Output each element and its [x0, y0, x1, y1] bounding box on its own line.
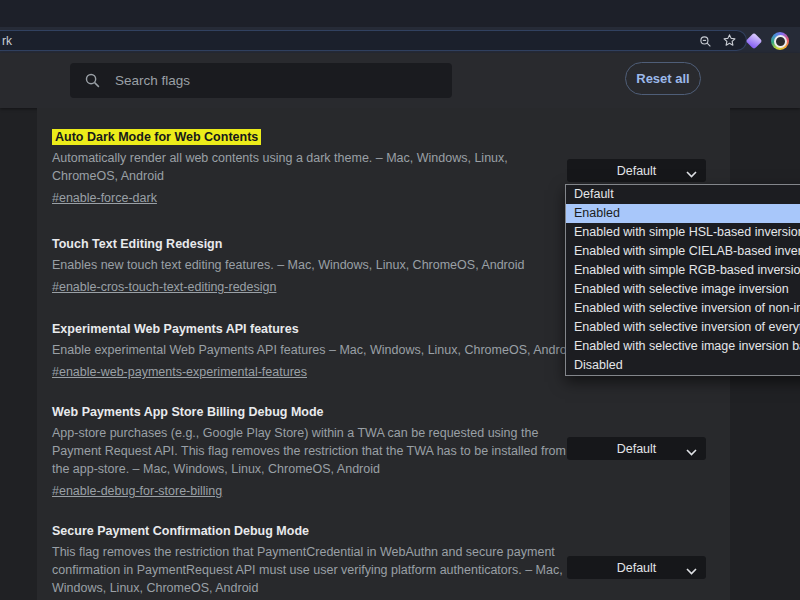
- search-icon: [84, 72, 101, 89]
- flag-title: Experimental Web Payments API features: [52, 320, 632, 338]
- flag-title: Touch Text Editing Redesign: [52, 235, 632, 253]
- flag-entry-web-payments-api: Experimental Web Payments API features E…: [52, 320, 632, 381]
- flag-description: Enables new touch text editing features.…: [52, 256, 632, 274]
- chevron-down-icon: [686, 445, 697, 459]
- flag-permalink[interactable]: #enable-debug-for-store-billing: [52, 482, 222, 500]
- reset-all-button[interactable]: Reset all: [625, 62, 701, 95]
- flag-title: Web Payments App Store Billing Debug Mod…: [52, 403, 632, 421]
- flag-description: Enable experimental Web Payments API fea…: [52, 341, 632, 359]
- dropdown-option[interactable]: Disabled: [566, 356, 800, 375]
- flag-permalink[interactable]: #enable-cros-touch-text-editing-redesign: [52, 278, 276, 296]
- address-bar[interactable]: [0, 30, 747, 51]
- flag-title: Secure Payment Confirmation Debug Mode: [52, 522, 632, 540]
- dropdown-option[interactable]: Enabled with simple RGB-based inversion: [566, 261, 800, 280]
- chevron-down-icon: [686, 564, 697, 578]
- select-value: Default: [617, 442, 657, 456]
- flag-entry-secure-payment-confirmation: Secure Payment Confirmation Debug Mode T…: [52, 522, 632, 597]
- flag-permalink[interactable]: #enable-web-payments-experimental-featur…: [52, 363, 307, 381]
- dropdown-option[interactable]: Enabled with selective image inversion b…: [566, 337, 800, 356]
- select-value: Default: [617, 164, 657, 178]
- flag-description: This flag removes the restriction that P…: [52, 543, 632, 597]
- flag-entry-app-store-billing: Web Payments App Store Billing Debug Mod…: [52, 403, 632, 500]
- dropdown-option[interactable]: Default: [566, 185, 800, 204]
- flag-entry-auto-dark-mode: Auto Dark Mode for Web Contents Automati…: [52, 128, 632, 207]
- bookmark-star-icon[interactable]: [722, 33, 737, 52]
- dropdown-option[interactable]: Enabled: [566, 204, 800, 223]
- search-box[interactable]: [70, 63, 452, 98]
- dropdown-option[interactable]: Enabled with selective inversion of non-…: [566, 299, 800, 318]
- flag-select-auto-dark-mode[interactable]: Default: [567, 159, 706, 182]
- flag-select-secure-payment[interactable]: Default: [567, 556, 706, 579]
- flag-select-app-store-billing[interactable]: Default: [567, 437, 706, 460]
- flag-title-highlight: Auto Dark Mode for Web Contents: [52, 129, 261, 145]
- dropdown-option[interactable]: Enabled with simple CIELAB-based inversi…: [566, 242, 800, 261]
- flag-description: App-store purchases (e.g., Google Play S…: [52, 424, 632, 478]
- dropdown-option[interactable]: Enabled with simple HSL-based inversion: [566, 223, 800, 242]
- select-value: Default: [617, 561, 657, 575]
- select-dropdown-popup: Default Enabled Enabled with simple HSL-…: [565, 184, 800, 376]
- flag-permalink[interactable]: #enable-force-dark: [52, 189, 157, 207]
- dropdown-option[interactable]: Enabled with selective image inversion: [566, 280, 800, 299]
- chevron-down-icon: [686, 167, 697, 181]
- address-bar-url: rk: [2, 34, 12, 48]
- search-input[interactable]: [113, 72, 417, 89]
- zoom-icon[interactable]: [699, 34, 712, 52]
- flag-entry-touch-text-editing: Touch Text Editing Redesign Enables new …: [52, 235, 632, 296]
- flag-description: Automatically render all web contents us…: [52, 149, 632, 185]
- dropdown-option[interactable]: Enabled with selective inversion of ever…: [566, 318, 800, 337]
- profile-avatar[interactable]: [771, 32, 789, 50]
- avatar-inner-ring: [774, 35, 787, 48]
- flag-title: Auto Dark Mode for Web Contents: [52, 128, 632, 146]
- browser-window: rk Reset all Auto Dark Mode for Web Cont…: [0, 0, 800, 600]
- tab-strip: [0, 0, 800, 27]
